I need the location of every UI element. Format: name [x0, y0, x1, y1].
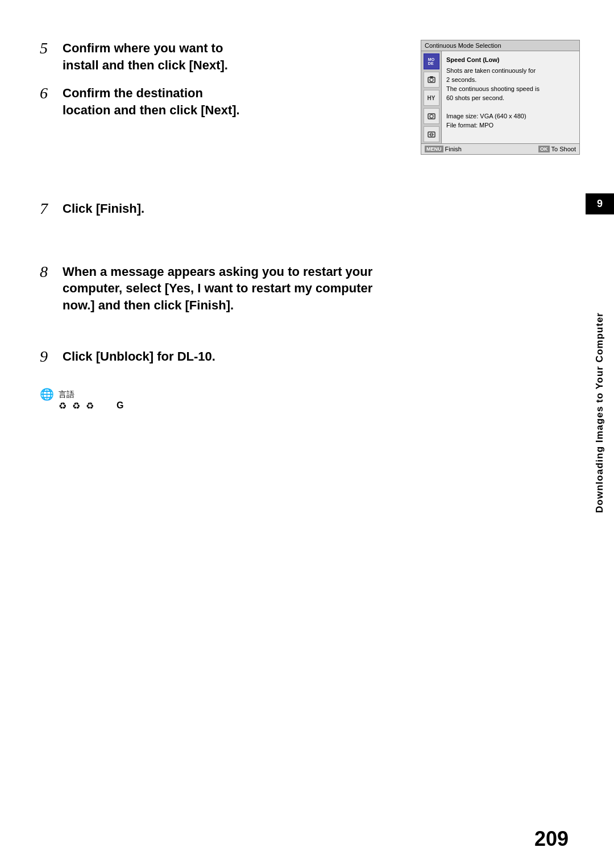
- step-9-section: 9 Click [Unblock] for DL-10.: [40, 348, 580, 366]
- step-7-section: 7 Click [Finish].: [40, 200, 580, 218]
- menu-label: MENU: [425, 146, 443, 152]
- step-5-text: 5 Confirm where you want to install and …: [40, 40, 404, 119]
- dialog-icons-column: MODE HY: [421, 51, 442, 143]
- step-6-number-col: 6: [40, 85, 63, 102]
- language-icon: 🌐: [40, 388, 54, 400]
- step-6-text: Confirm the destination location and the…: [63, 85, 404, 118]
- dialog-icon-hy[interactable]: HY: [424, 90, 439, 106]
- language-text: 言語: [59, 388, 123, 400]
- dialog-body: MODE HY Speed Cont (Low) Shots are: [421, 51, 579, 143]
- step-5-section: 5 Confirm where you want to install and …: [40, 40, 580, 155]
- dialog-footer: MENU Finish OK To Shoot: [421, 143, 579, 154]
- step-8-number-col: 8: [40, 263, 63, 281]
- language-text-block: 言語 ♻ ♻ ♻ G: [59, 388, 123, 411]
- step-5-number: 5: [40, 39, 48, 57]
- dialog-info-text: Shots are taken continuously for 2 secon…: [446, 67, 575, 130]
- step-5-line1: Confirm where you want to install and th…: [63, 40, 404, 73]
- step-9-content: Click [Unblock] for DL-10.: [63, 348, 215, 365]
- step-9-text: Click [Unblock] for DL-10.: [63, 348, 215, 365]
- language-line1: 言語: [59, 390, 74, 399]
- page-number-sidebar-box: 9: [586, 193, 614, 214]
- language-symbols: ♻ ♻ ♻ G: [59, 400, 123, 411]
- ok-shoot-text: To Shoot: [551, 146, 576, 152]
- dialog-title: Continuous Mode Selection: [421, 40, 579, 51]
- page-container: 5 Confirm where you want to install and …: [0, 0, 614, 868]
- step-9-row: 9 Click [Unblock] for DL-10.: [40, 348, 215, 366]
- step-8-content: When a message appears asking you to res…: [63, 263, 372, 314]
- step-8-section: 8 When a message appears asking you to r…: [40, 263, 580, 314]
- svg-point-1: [430, 78, 433, 82]
- step-7-row: 7 Click [Finish].: [40, 200, 144, 218]
- sidebar-text: Downloading Images to Your Computer: [594, 312, 605, 513]
- step-6-row: 6 Confirm the destination location and t…: [40, 85, 404, 118]
- step-7-content: Click [Finish].: [63, 200, 144, 217]
- dialog-footer-right[interactable]: OK To Shoot: [538, 146, 576, 152]
- step-9-number-col: 9: [40, 348, 63, 366]
- ok-label: OK: [538, 146, 550, 152]
- svg-rect-2: [430, 76, 433, 78]
- lang-letter-g: G: [117, 400, 123, 411]
- step-7-number: 7: [40, 200, 48, 217]
- svg-point-4: [430, 115, 433, 118]
- step-6-content: Confirm the destination location and the…: [63, 85, 404, 118]
- step-8-text: When a message appears asking you to res…: [63, 263, 372, 314]
- camera-dialog: Continuous Mode Selection MODE HY: [421, 40, 580, 155]
- step-7-number-col: 7: [40, 200, 63, 218]
- dialog-icon-2[interactable]: [424, 72, 439, 88]
- page-number-sidebar: 9: [597, 198, 603, 209]
- bottom-page-number: 209: [534, 827, 569, 851]
- lang-symbol-2: ♻: [72, 400, 80, 411]
- dialog-icon-4[interactable]: [424, 108, 439, 124]
- menu-finish-text: Finish: [445, 146, 462, 152]
- step-9-number: 9: [40, 348, 48, 365]
- lang-symbol-1: ♻: [59, 400, 67, 411]
- step-8-number: 8: [40, 263, 48, 280]
- step-5-number-col: 5: [40, 40, 63, 57]
- right-sidebar: Downloading Images to Your Computer: [586, 0, 614, 825]
- step-5-content: Confirm where you want to install and th…: [63, 40, 404, 73]
- dialog-info: Speed Cont (Low) Shots are taken continu…: [442, 51, 579, 143]
- step-6-number: 6: [40, 84, 48, 102]
- step-5-row: 5 Confirm where you want to install and …: [40, 40, 404, 73]
- dialog-icon-5[interactable]: [424, 126, 439, 142]
- dialog-info-title: Speed Cont (Low): [446, 56, 575, 64]
- dialog-icon-mode[interactable]: MODE: [424, 53, 439, 69]
- lang-symbol-3: ♻: [86, 400, 94, 411]
- step-7-text: Click [Finish].: [63, 200, 144, 217]
- dialog-footer-left[interactable]: MENU Finish: [425, 146, 462, 152]
- language-note: 🌐 言語 ♻ ♻ ♻ G: [40, 388, 580, 411]
- step-8-row: 8 When a message appears asking you to r…: [40, 263, 372, 314]
